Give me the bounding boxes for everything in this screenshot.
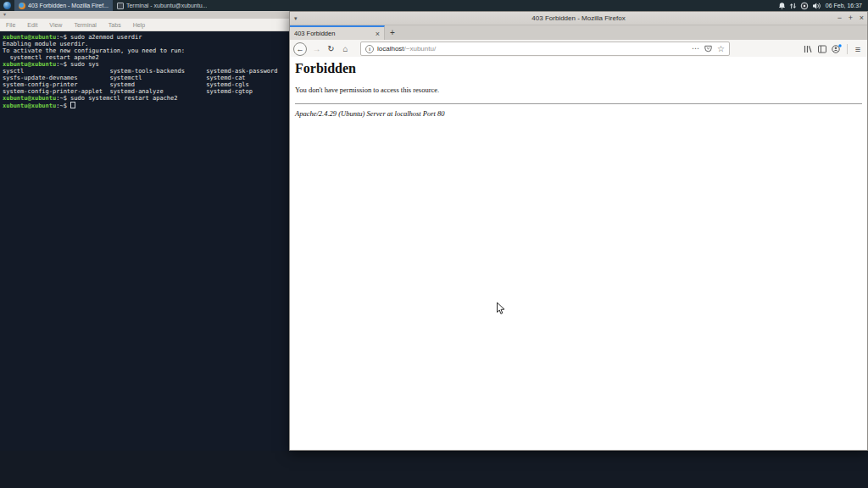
tab-403-forbidden[interactable]: 403 Forbidden × <box>290 25 385 40</box>
taskbar-label: Terminal - xubuntu@xubuntu... <box>126 3 207 8</box>
tab-close-icon[interactable]: × <box>372 30 380 38</box>
page-message: You don't have permission to access this… <box>295 86 862 94</box>
firefox-icon <box>19 3 25 9</box>
account-icon[interactable] <box>830 42 843 56</box>
terminal-line: xubuntu@xubuntu:~$ sudo a2enmod userdir <box>3 34 289 41</box>
page-heading: Forbidden <box>295 61 862 76</box>
terminal-icon <box>117 3 124 9</box>
menu-edit[interactable]: Edit <box>21 22 43 28</box>
menu-help[interactable]: Help <box>127 22 151 28</box>
status-notifier-icon[interactable] <box>800 2 809 10</box>
toolbar-right-icons: ≡ <box>801 42 864 56</box>
notifications-bell-icon[interactable] <box>778 2 786 10</box>
pocket-icon[interactable] <box>704 42 713 57</box>
back-button[interactable]: ← <box>293 42 307 56</box>
taskbar-button-terminal[interactable]: Terminal - xubuntu@xubuntu... <box>113 0 211 11</box>
navigation-toolbar: ← → ↻ ⌂ i localhost/~xubuntu/ ⋯ ☆ <box>290 40 867 58</box>
top-panel: 403 Forbidden - Mozilla Firef... Termina… <box>0 0 868 11</box>
tab-bar: 403 Forbidden × + <box>290 25 867 40</box>
terminal-prompt-line: xubuntu@xubuntu:~$ <box>3 102 289 109</box>
server-signature: Apache/2.4.29 (Ubuntu) Server at localho… <box>295 109 862 118</box>
terminal-window: ▾ File Edit View Terminal Tabs Help xubu… <box>0 11 289 451</box>
firefox-window: ▾ 403 Forbidden - Mozilla Firefox − + × … <box>289 11 868 451</box>
maximize-button[interactable]: + <box>845 12 856 25</box>
menu-terminal[interactable]: Terminal <box>68 22 102 28</box>
terminal-line: sysctl system-tools-backends systemd-ask… <box>3 68 289 75</box>
terminal-line: xubuntu@xubuntu:~$ sudo systemctl restar… <box>3 95 289 102</box>
hamburger-menu-icon[interactable]: ≡ <box>852 44 864 54</box>
page-divider <box>295 103 862 104</box>
network-updown-icon[interactable] <box>789 2 797 10</box>
window-menu-caret-icon[interactable]: ▾ <box>290 15 302 22</box>
sidebar-icon[interactable] <box>815 42 828 56</box>
menu-view[interactable]: View <box>43 22 68 28</box>
window-title: 403 Forbidden - Mozilla Firefox <box>290 14 867 22</box>
home-button[interactable]: ⌂ <box>339 42 352 56</box>
volume-icon[interactable] <box>812 2 821 10</box>
bookmark-star-icon[interactable]: ☆ <box>717 45 725 53</box>
taskbar-button-firefox[interactable]: 403 Forbidden - Mozilla Firef... <box>14 0 113 11</box>
page-content: Forbidden You don't have permission to a… <box>290 57 867 450</box>
taskbar-label: 403 Forbidden - Mozilla Firef... <box>28 3 108 8</box>
terminal-titlebar[interactable]: ▾ <box>0 11 289 19</box>
system-tray <box>778 2 821 10</box>
terminal-line: systemctl restart apache2 <box>3 54 289 61</box>
terminal-menubar: File Edit View Terminal Tabs Help <box>0 19 289 31</box>
urlbar-actions: ⋯ ☆ <box>692 42 725 57</box>
tab-label: 403 Forbidden <box>294 30 372 37</box>
terminal-line: To activate the new configuration, you n… <box>3 47 289 54</box>
terminal-line: system-config-printer-applet systemd-ana… <box>3 88 289 95</box>
whisker-menu-icon <box>3 2 11 9</box>
mouse-cursor <box>496 302 506 316</box>
menu-file[interactable]: File <box>0 22 21 28</box>
window-menu-caret-icon[interactable]: ▾ <box>3 11 6 19</box>
clock[interactable]: 06 Feb, 16:37 <box>826 3 862 8</box>
terminal-line: system-config-printer systemd systemd-cg… <box>3 81 289 88</box>
new-tab-button[interactable]: + <box>385 25 400 40</box>
site-info-icon[interactable]: i <box>365 45 374 53</box>
firefox-titlebar[interactable]: ▾ 403 Forbidden - Mozilla Firefox − + × <box>290 12 867 25</box>
terminal-line: xubuntu@xubuntu:~$ sudo sys <box>3 61 289 68</box>
terminal-line: sysfs-update-devnames systemctl systemd-… <box>3 75 289 81</box>
reload-button[interactable]: ↻ <box>325 42 337 56</box>
forward-button[interactable]: → <box>310 42 323 56</box>
library-icon[interactable] <box>801 42 814 56</box>
url-bar[interactable]: i localhost/~xubuntu/ ⋯ ☆ <box>360 42 730 56</box>
terminal-line: Enabling module userdir. <box>3 41 289 47</box>
url-text[interactable]: localhost/~xubuntu/ <box>377 45 688 53</box>
terminal-output-area[interactable]: xubuntu@xubuntu:~$ sudo a2enmod userdir … <box>0 31 289 451</box>
window-controls: − + × <box>834 12 867 25</box>
toolbar-separator <box>847 44 848 54</box>
close-button[interactable]: × <box>856 12 867 25</box>
applications-menu-button[interactable] <box>0 0 14 11</box>
menu-tabs[interactable]: Tabs <box>103 22 127 28</box>
terminal-cursor <box>70 102 75 108</box>
minimize-button[interactable]: − <box>834 12 845 25</box>
page-actions-icon[interactable]: ⋯ <box>692 45 699 53</box>
